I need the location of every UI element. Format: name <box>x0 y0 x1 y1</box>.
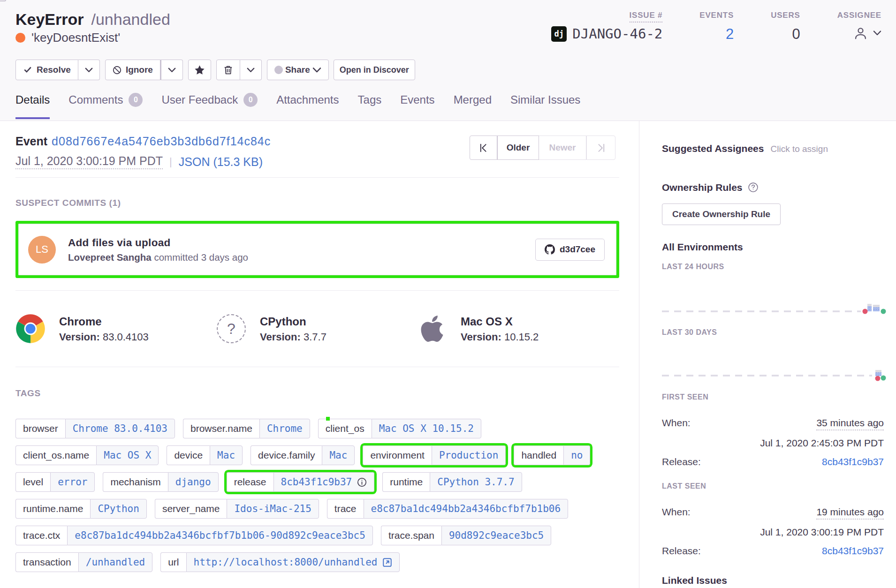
ignore-button[interactable]: Ignore <box>105 60 160 80</box>
tag-mechanism: mechanismdjango <box>103 472 218 492</box>
first-event-button[interactable] <box>470 136 497 160</box>
separator: | <box>169 155 172 169</box>
event-json-link[interactable]: JSON (15.3 KB) <box>179 155 263 169</box>
event-label: Event <box>15 135 47 148</box>
error-level-dot <box>15 33 25 43</box>
tag-browser-name: browser.nameChrome <box>183 419 310 438</box>
context-name: CPython <box>260 315 327 328</box>
chevron-down-icon <box>168 68 176 73</box>
stat-issue-number: ISSUE # dj DJANGO-46-2 <box>551 11 662 42</box>
last-seen-release-link[interactable]: 8cb43f1c9b37 <box>822 545 884 557</box>
last-page-button[interactable] <box>586 136 615 160</box>
resolve-button[interactable]: Resolve <box>15 60 78 80</box>
open-in-discover-button[interactable]: Open in Discover <box>334 60 415 80</box>
context-version: Version: 3.7.7 <box>260 331 327 343</box>
chevron-down-icon <box>85 68 93 73</box>
tag-url: urlhttp://localhost:8000/unhandled <box>160 552 400 572</box>
stat-assignee: ASSIGNEE <box>837 11 881 42</box>
event-contexts-section: Chrome Version: 83.0.4103 ? CPython Vers… <box>15 291 619 367</box>
tab-events[interactable]: Events <box>400 93 434 119</box>
tag-handled: handledno <box>514 445 590 465</box>
suspect-commit-row: LS Add files via upload Lovepreet Sangha… <box>18 224 616 275</box>
tag-pills: browserChrome 83.0.4103 browser.nameChro… <box>15 419 619 572</box>
event-date: Jul 1, 2020 3:00:19 PM PDT <box>15 154 163 169</box>
context-version: Version: 83.0.4103 <box>59 331 149 343</box>
events-label: EVENTS <box>699 11 734 20</box>
last-24-hours-chart <box>662 271 887 314</box>
suspect-commits-heading: SUSPECT COMMITS (1) <box>15 198 619 208</box>
issue-header: KeyError/unhandled 'keyDoesntExist' ISSU… <box>0 0 896 121</box>
issue-details-main: Eventd08d7667e4a5476eb3b3db6d7f14c84c Ju… <box>0 121 639 588</box>
older-event-button[interactable]: Older <box>497 136 539 160</box>
tab-details[interactable]: Details <box>15 93 50 119</box>
assignee-dropdown[interactable] <box>837 25 881 41</box>
tab-similar-issues[interactable]: Similar Issues <box>510 93 580 119</box>
issue-title-area: KeyError/unhandled 'keyDoesntExist' <box>15 9 170 45</box>
tab-user-feedback[interactable]: User Feedback0 <box>161 93 258 119</box>
newer-event-button[interactable]: Newer <box>539 136 586 160</box>
comments-count-badge: 0 <box>129 93 143 107</box>
tag-runtime-name: runtime.nameCPython <box>15 499 147 519</box>
issue-culprit: /unhandled <box>91 10 170 28</box>
ignore-button-group: Ignore <box>105 60 183 80</box>
last-page-icon <box>597 143 606 152</box>
ignore-dropdown-button[interactable] <box>160 60 183 80</box>
stat-users: USERS 0 <box>771 11 800 42</box>
delete-dropdown-button[interactable] <box>240 60 262 80</box>
issue-message: 'keyDoesntExist' <box>31 30 120 45</box>
linked-issues-title: Linked Issues <box>662 574 884 587</box>
delete-button[interactable] <box>216 60 240 80</box>
last-seen-absolute: Jul 1, 2020 3:00:19 PM PDT <box>760 526 884 538</box>
issue-number-label: ISSUE # <box>630 11 663 23</box>
tag-device-family: device.familyMac <box>251 445 355 465</box>
suggested-assignees-hint[interactable]: Click to assign <box>770 144 828 154</box>
release-label: Release: <box>662 545 701 557</box>
tag-environment: environmentProduction <box>363 445 506 465</box>
chevron-down-icon <box>873 30 881 36</box>
github-icon <box>545 244 555 255</box>
suggested-assignees-title: Suggested Assignees <box>662 142 764 155</box>
trash-icon <box>224 65 233 75</box>
commit-meta: Lovepreet Sangha committed 3 days ago <box>68 251 535 263</box>
all-environments-title: All Environments <box>662 241 884 253</box>
resolve-dropdown-button[interactable] <box>78 60 100 80</box>
event-id-link[interactable]: d08d7667e4a5476eb3b3db6d7f14c84c <box>52 135 271 148</box>
tag-transaction: transaction/unhandled <box>15 552 152 572</box>
events-count[interactable]: 2 <box>699 26 734 42</box>
tag-trace: tracee8c87ba1dc494bb2a4346bcfbf7b1b06 <box>327 499 568 519</box>
first-seen-release-link[interactable]: 8cb43f1c9b37 <box>822 456 884 468</box>
tag-trace-span: trace.span90d892c9eace3bc5 <box>381 526 551 545</box>
when-label: When: <box>662 506 691 518</box>
tag-level: levelerror <box>15 472 95 492</box>
release-label: Release: <box>662 456 701 468</box>
event-header-section: Eventd08d7667e4a5476eb3b3db6d7f14c84c Ju… <box>15 121 619 178</box>
bookmark-star-button[interactable] <box>188 60 211 80</box>
tag-trace-ctx: trace.ctxe8c87ba1dc494bb2a4346bcfbf7b1b0… <box>15 526 373 545</box>
stat-events: EVENTS 2 <box>699 11 734 42</box>
info-icon <box>357 477 367 487</box>
tag-browser: browserChrome 83.0.4103 <box>15 419 175 438</box>
event-pagination: Older Newer <box>470 136 615 160</box>
users-count[interactable]: 0 <box>771 26 800 42</box>
users-label: USERS <box>771 11 800 20</box>
last-24-hours-label: LAST 24 HOURS <box>662 263 884 271</box>
tab-merged[interactable]: Merged <box>454 93 492 119</box>
tab-tags[interactable]: Tags <box>358 93 382 119</box>
star-icon <box>194 65 205 75</box>
annotation-dot <box>326 417 330 421</box>
share-button[interactable]: Share <box>267 60 329 80</box>
tab-attachments[interactable]: Attachments <box>276 93 339 119</box>
help-circle-icon[interactable] <box>748 182 759 193</box>
create-ownership-rule-button[interactable]: Create Ownership Rule <box>662 204 781 225</box>
first-page-icon <box>479 143 488 152</box>
tab-comments[interactable]: Comments0 <box>68 93 143 119</box>
tag-server-name: server_nameIdos-iMac-215 <box>155 499 319 519</box>
context-os: Mac OS X Version: 10.15.2 <box>417 314 618 344</box>
context-runtime: ? CPython Version: 3.7.7 <box>216 314 417 344</box>
window-corner-artifact <box>0 0 6 1</box>
tag-release: release8cb43f1c9b37 <box>227 472 375 492</box>
unknown-runtime-icon: ? <box>216 314 246 344</box>
commit-sha-button[interactable]: d3d7cee <box>535 239 605 261</box>
first-seen-marker <box>863 309 868 314</box>
first-seen-absolute: Jul 1, 2020 2:45:03 PM PDT <box>760 437 884 449</box>
